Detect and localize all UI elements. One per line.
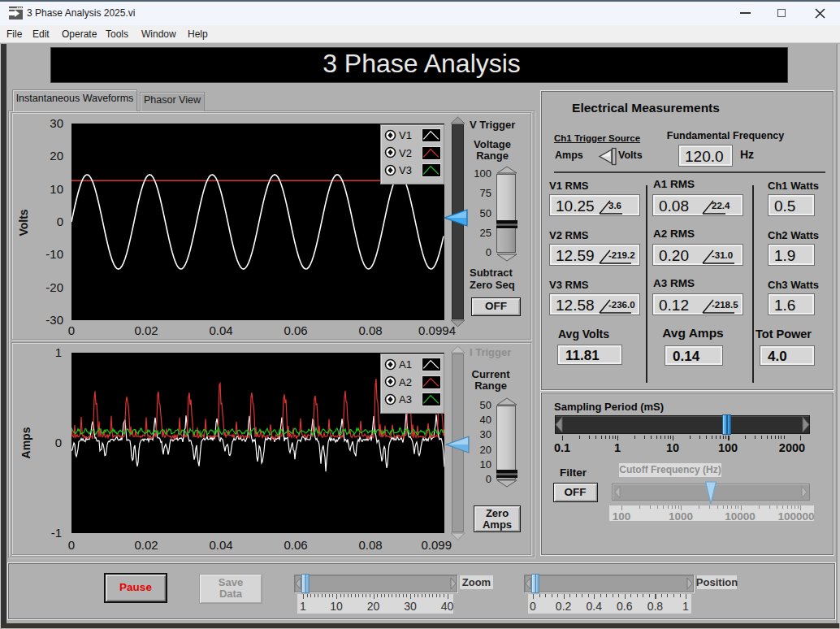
- svg-text:3.6: 3.6: [608, 201, 621, 210]
- svg-text:-218.5: -218.5: [712, 300, 738, 310]
- svg-text:22.4: 22.4: [712, 201, 730, 210]
- svg-text:-236.0: -236.0: [608, 300, 635, 310]
- svg-text:-31.0: -31.0: [712, 250, 733, 260]
- svg-text:-219.2: -219.2: [608, 250, 635, 260]
